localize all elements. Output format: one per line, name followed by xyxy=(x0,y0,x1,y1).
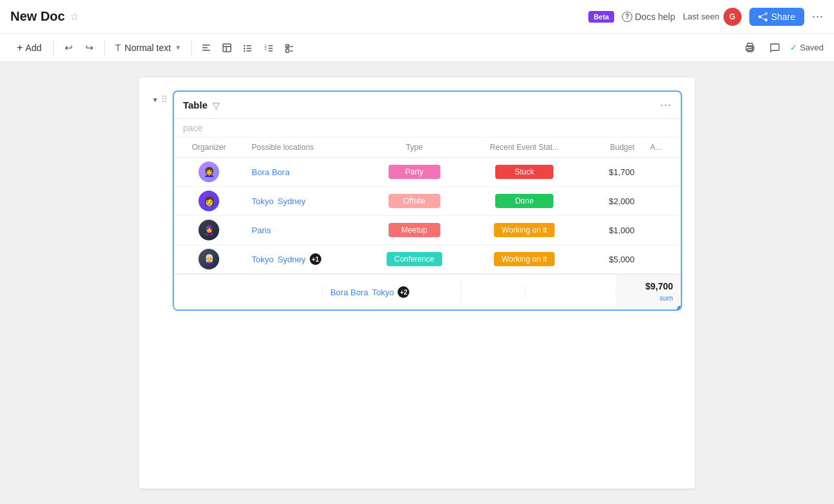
locations-overflow-badge[interactable]: +1 xyxy=(310,253,321,265)
redo-button[interactable]: ↪ xyxy=(80,38,99,58)
doc-page: ▼ ⠿ Table ▽ ··· pace xyxy=(139,78,695,488)
filter-icon[interactable]: ▽ xyxy=(213,100,220,110)
status-badge: Working on it xyxy=(494,223,555,237)
table-more-button[interactable]: ··· xyxy=(660,98,672,112)
location-tag[interactable]: Bora Bora xyxy=(251,167,290,177)
location-tag[interactable]: Sydney xyxy=(277,196,305,206)
svg-rect-0 xyxy=(202,45,210,46)
svg-text:2.: 2. xyxy=(264,47,268,50)
share-icon xyxy=(758,12,767,21)
table-row: 👩‍🦱 Bora Bora Party xyxy=(174,158,681,187)
svg-rect-15 xyxy=(268,48,273,49)
svg-rect-3 xyxy=(223,44,231,52)
comment-button[interactable] xyxy=(765,39,784,57)
text-T-icon: T xyxy=(115,43,121,53)
location-tag[interactable]: Tokyo xyxy=(251,196,273,206)
collapse-arrow-icon[interactable]: ▼ xyxy=(152,96,158,103)
main-content: ▼ ⠿ Table ▽ ··· pace xyxy=(0,62,834,504)
share-button[interactable]: Share xyxy=(749,8,804,26)
cell-budget: $5,000 xyxy=(584,245,642,274)
space-row: pace xyxy=(174,119,681,138)
footer-locations-overflow[interactable]: +2 xyxy=(398,286,409,298)
location-tag[interactable]: Paris xyxy=(251,226,271,235)
type-badge: Offsite xyxy=(389,194,440,208)
more-menu-button[interactable]: ··· xyxy=(812,10,824,23)
cell-status: Working on it xyxy=(465,216,584,245)
last-seen-label: Last seen xyxy=(683,12,719,21)
bullet-list-button[interactable] xyxy=(239,39,257,57)
docs-help-button[interactable]: ? Docs help xyxy=(622,12,675,22)
cell-status: Working on it xyxy=(465,245,584,274)
toolbar-left: + Add ↩ ↪ T Normal text ▼ xyxy=(10,38,298,58)
svg-rect-1 xyxy=(202,47,208,48)
star-icon[interactable]: ☆ xyxy=(70,10,79,23)
doc-title: New Doc xyxy=(10,9,65,24)
print-button[interactable] xyxy=(741,39,759,57)
align-button[interactable] xyxy=(197,39,215,57)
cell-locations: Tokyo Sydney +1 xyxy=(244,245,364,274)
footer-type-cell xyxy=(461,286,526,299)
cell-extra xyxy=(643,187,681,216)
chevron-down-icon: ▼ xyxy=(175,44,181,51)
top-bar-left: New Doc ☆ xyxy=(10,9,79,24)
svg-point-8 xyxy=(244,50,245,51)
saved-label: Saved xyxy=(800,43,824,52)
data-table: Organizer Possible locations Type Recent… xyxy=(174,138,681,274)
top-bar-right: Beta ? Docs help Last seen G Share ··· xyxy=(588,8,824,26)
col-budget: Budget xyxy=(584,138,642,158)
align-icon xyxy=(201,43,211,53)
footer-location-tag[interactable]: Bora Bora xyxy=(330,288,369,297)
svg-point-6 xyxy=(244,45,245,46)
cell-organizer: 👩 xyxy=(174,187,244,216)
numbered-icon: 1. 2. xyxy=(263,43,273,53)
saved-status: ✓ Saved xyxy=(790,43,824,52)
docs-help-label: Docs help xyxy=(635,12,675,22)
cell-organizer: 👩‍🦱 xyxy=(174,158,244,187)
col-extra: A... xyxy=(643,138,681,158)
total-budget: $9,700 xyxy=(624,281,673,291)
table-footer: Bora Bora Tokyo +2 $9,700 sum xyxy=(174,274,681,310)
cell-locations: Bora Bora xyxy=(244,158,364,187)
divider3 xyxy=(191,40,192,56)
check-saved-icon: ✓ xyxy=(790,43,797,52)
col-status: Recent Event Stat... xyxy=(465,138,584,158)
footer-location-tag[interactable]: Tokyo xyxy=(372,288,394,297)
resize-handle[interactable] xyxy=(677,306,682,311)
table-title-area: Table ▽ xyxy=(183,100,220,110)
numbered-list-button[interactable]: 1. 2. xyxy=(259,39,277,57)
undo-button[interactable]: ↩ xyxy=(59,38,78,58)
avatar: 🧕 xyxy=(198,220,219,240)
undo-redo-group: ↩ ↪ xyxy=(59,38,99,58)
cell-type: Offsite xyxy=(364,187,465,216)
cell-extra xyxy=(643,158,681,187)
svg-point-24 xyxy=(752,47,753,48)
svg-point-7 xyxy=(244,47,245,48)
table-header-row: Organizer Possible locations Type Recent… xyxy=(174,138,681,158)
text-style-label: Normal text xyxy=(125,43,171,53)
help-icon: ? xyxy=(622,12,632,22)
cell-locations: Tokyo Sydney xyxy=(244,187,364,216)
location-tag[interactable]: Tokyo xyxy=(251,255,273,264)
checklist-button[interactable] xyxy=(280,39,298,57)
type-badge: Party xyxy=(389,165,440,179)
beta-badge: Beta xyxy=(588,11,614,23)
table-insert-button[interactable] xyxy=(218,39,236,57)
svg-rect-9 xyxy=(246,45,251,47)
cell-extra xyxy=(643,245,681,274)
total-label: sum xyxy=(659,294,673,302)
cell-extra xyxy=(643,216,681,245)
cell-type: Meetup xyxy=(364,216,465,245)
avatar: 👩‍🦱 xyxy=(198,162,219,182)
print-icon xyxy=(745,43,755,53)
location-tag[interactable]: Sydney xyxy=(277,255,305,264)
check-icon xyxy=(284,43,294,53)
table-widget: Table ▽ ··· pace Organizer Possible loca… xyxy=(173,90,682,311)
svg-rect-10 xyxy=(246,48,251,49)
col-organizer: Organizer xyxy=(174,138,244,158)
text-style-dropdown[interactable]: T Normal text ▼ xyxy=(110,40,186,56)
drag-handle-icon[interactable]: ⠿ xyxy=(161,94,167,105)
cell-locations: Paris xyxy=(244,216,364,245)
last-seen: Last seen G xyxy=(683,8,741,26)
svg-rect-18 xyxy=(286,49,289,52)
add-button[interactable]: + Add xyxy=(10,39,48,56)
